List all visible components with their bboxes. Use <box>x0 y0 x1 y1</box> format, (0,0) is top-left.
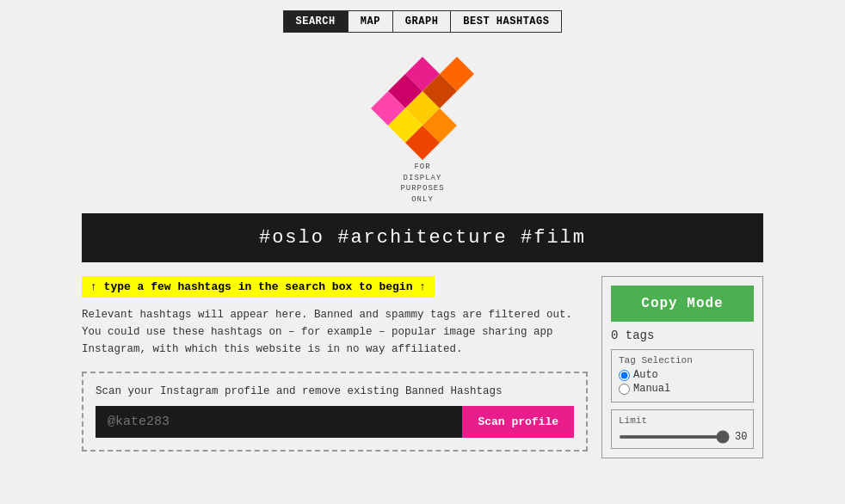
logo-svg <box>371 48 474 160</box>
radio-auto[interactable]: Auto <box>619 369 746 381</box>
tag-selection-title: Tag Selection <box>619 355 746 366</box>
main-content: ↑ type a few hashtags in the search box … <box>82 276 763 458</box>
nav-graph[interactable]: GRAPH <box>393 10 452 33</box>
nav-bar: SEARCH MAP GRAPH BEST HASHTAGS <box>0 0 845 41</box>
limit-box: Limit 30 <box>611 409 754 449</box>
right-panel: Copy Mode 0 tags Tag Selection Auto Manu… <box>601 276 763 458</box>
scan-label: Scan your Instagram profile and remove e… <box>96 385 574 397</box>
radio-auto-label: Auto <box>633 369 658 381</box>
limit-value: 30 <box>735 431 756 443</box>
description-text: Relevant hashtags will appear here. Bann… <box>82 306 588 358</box>
search-display: #oslo #architecture #film <box>82 213 763 262</box>
nav-search[interactable]: SEARCH <box>283 10 348 33</box>
nav-map[interactable]: MAP <box>348 10 393 33</box>
scan-profile-button[interactable]: Scan profile <box>462 406 574 438</box>
tag-selection-box: Tag Selection Auto Manual <box>611 349 754 403</box>
left-panel: ↑ type a few hashtags in the search box … <box>82 276 588 458</box>
radio-auto-input[interactable] <box>619 370 630 381</box>
limit-slider[interactable] <box>619 435 730 439</box>
nav-best-hashtags[interactable]: BEST HASHTAGS <box>451 10 562 33</box>
tags-count: 0 tags <box>611 329 754 342</box>
radio-manual[interactable]: Manual <box>619 383 746 395</box>
hint-text: ↑ type a few hashtags in the search box … <box>90 280 426 293</box>
instagram-input[interactable] <box>96 406 462 438</box>
radio-manual-label: Manual <box>633 383 670 395</box>
limit-title: Limit <box>619 415 746 426</box>
copy-mode-button[interactable]: Copy Mode <box>611 286 754 322</box>
logo-area: FOR DISPLAY PURPOSES ONLY <box>0 48 845 205</box>
logo-tagline: FOR DISPLAY PURPOSES ONLY <box>400 162 444 205</box>
hint-bar: ↑ type a few hashtags in the search box … <box>82 276 435 298</box>
scan-input-row: Scan profile <box>96 406 574 438</box>
slider-row: 30 <box>619 431 746 443</box>
scan-box: Scan your Instagram profile and remove e… <box>82 372 588 452</box>
radio-manual-input[interactable] <box>619 384 630 395</box>
